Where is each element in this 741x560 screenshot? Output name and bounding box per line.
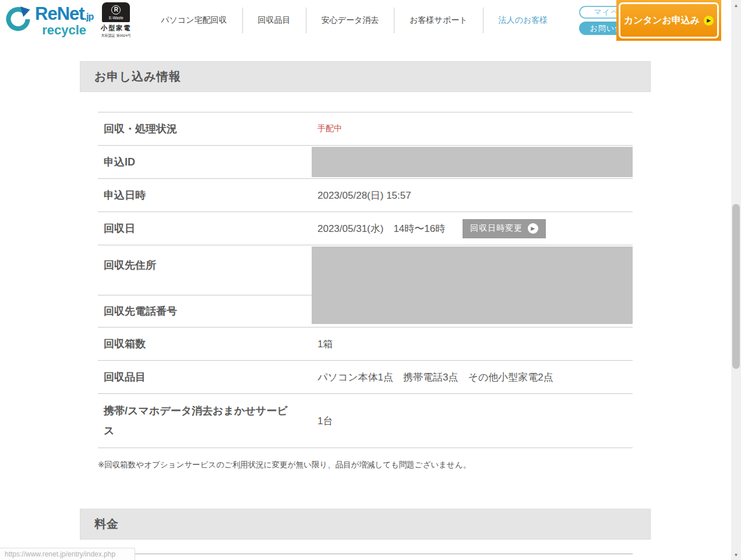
row-label: 携帯/スマホデータ消去おまかせサービス	[98, 394, 312, 448]
vertical-scrollbar[interactable]: ▲ ▼	[731, 0, 741, 560]
status-value: 手配中	[312, 112, 633, 145]
browser-link-preview: https://www.renet.jp/entry/index.php	[0, 548, 135, 560]
row-label-phone: 回収先電話番号	[98, 295, 312, 327]
main-nav: パソコン宅配回収 回収品目 安心データ消去 お客様サポート 法人のお客様	[146, 8, 563, 33]
renet-logo[interactable]: ReNet.jp recycle	[5, 5, 93, 37]
table-row-pickup-date: 回収日 2023/05/31(水) 14時〜16時 回収日時変更 ▶	[98, 212, 633, 245]
badge-kogata-kaden: 小型家電	[101, 24, 131, 33]
redacted-address-phone	[312, 246, 633, 324]
top-navbar: ReNet.jp recycle R E-Waste 小型家電 大臣認定 第00…	[0, 0, 731, 41]
table-row-status: 回収・処理状況 手配中	[98, 112, 633, 145]
badge-certification-number: 大臣認定 第0024号	[101, 33, 131, 38]
nav-item-corporate[interactable]: 法人のお客様	[484, 8, 563, 33]
table-row-box-count: 回収箱数 1箱	[98, 327, 633, 360]
row-label: 回収品目	[98, 361, 312, 393]
table-row-application-id: 申込ID	[98, 145, 633, 178]
application-datetime-value: 2023/05/28(日) 15:57	[312, 179, 633, 212]
easy-apply-button[interactable]: カンタンお申込み ▶	[616, 0, 721, 41]
scroll-up-arrow[interactable]: ▲	[731, 1, 741, 9]
redacted-application-id	[312, 147, 633, 177]
row-label: 回収箱数	[98, 327, 312, 360]
brand-tld: .jp	[84, 12, 94, 22]
box-count-value: 1箱	[312, 327, 633, 360]
application-info-table: 回収・処理状況 手配中 申込ID 申込日時 2023/05/28(日) 15:5…	[98, 112, 633, 448]
scroll-down-arrow[interactable]: ▼	[731, 551, 741, 559]
fees-table-top-border	[98, 554, 633, 554]
pickup-date-value: 2023/05/31(水) 14時〜16時	[317, 222, 445, 235]
nav-item-support[interactable]: お客様サポート	[394, 8, 483, 33]
scrollbar-thumb[interactable]	[732, 204, 740, 369]
row-label: 申込ID	[98, 146, 312, 178]
nav-item-data-erase[interactable]: 安心データ消去	[306, 8, 395, 33]
easy-apply-label: カンタンお申込み	[624, 15, 700, 27]
recycle-arrow-icon	[5, 6, 31, 35]
page: ReNet.jp recycle R E-Waste 小型家電 大臣認定 第00…	[0, 0, 741, 560]
table-note: ※回収箱数やオプションサービスのご利用状況に変更が無い限り、品目が増減しても問題…	[98, 460, 633, 470]
arrow-right-circle-icon: ▶	[704, 16, 714, 26]
change-pickup-datetime-button[interactable]: 回収日時変更 ▶	[463, 219, 546, 238]
ewaste-certification-badge: R E-Waste 小型家電 大臣認定 第0024号	[98, 2, 134, 38]
nav-item-pc-pickup[interactable]: パソコン宅配回収	[146, 8, 242, 33]
brand-name: ReNet.jp	[35, 5, 93, 23]
row-label-address: 回収先住所	[98, 245, 312, 295]
table-row-items: 回収品目 パソコン本体1点 携帯電話3点 その他小型家電2点	[98, 360, 633, 393]
table-rows-address-phone: 回収先住所 回収先電話番号	[98, 245, 633, 327]
nav-item-items[interactable]: 回収品目	[243, 8, 306, 33]
row-label: 回収・処理状況	[98, 112, 312, 145]
table-row-application-datetime: 申込日時 2023/05/28(日) 15:57	[98, 178, 633, 212]
ewaste-r-icon: R	[111, 5, 121, 15]
data-erase-count-value: 1台	[312, 394, 633, 448]
application-info-header: お申し込み情報	[80, 61, 651, 92]
pickup-items-value: パソコン本体1点 携帯電話3点 その他小型家電2点	[312, 361, 633, 393]
table-row-data-erase-service: 携帯/スマホデータ消去おまかせサービス 1台	[98, 393, 633, 448]
application-info-title: お申し込み情報	[94, 69, 181, 84]
row-label: 回収日	[98, 212, 312, 245]
row-label: 申込日時	[98, 179, 312, 212]
fees-title: 料金	[94, 516, 119, 532]
brand-sub: recycle	[42, 24, 86, 37]
ewaste-label: E-Waste	[109, 16, 123, 20]
arrow-right-circle-icon: ▶	[528, 223, 538, 234]
fees-header: 料金	[80, 509, 651, 540]
content: お申し込み情報 回収・処理状況 手配中 申込ID 申込日時 2023/05/28…	[80, 41, 651, 554]
